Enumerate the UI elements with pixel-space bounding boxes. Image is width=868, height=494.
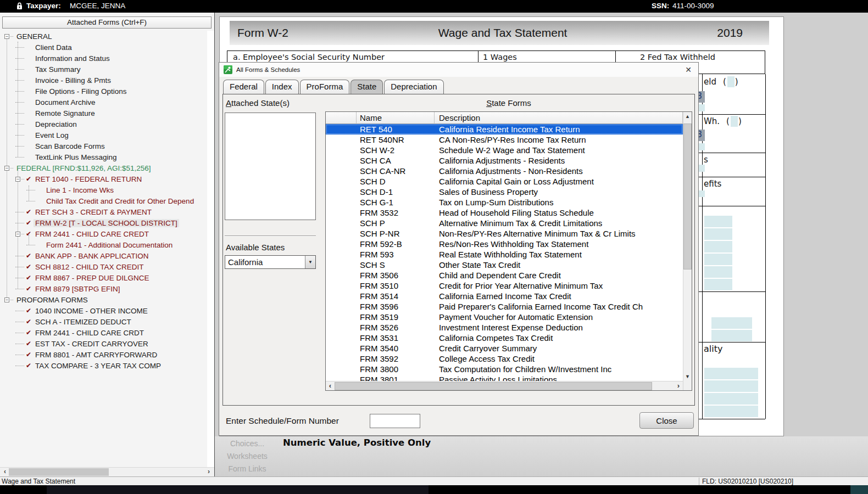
state-form-row[interactable]: FRM 593Real Estate Withholding Tax State… — [326, 249, 683, 260]
state-form-row[interactable]: RET 540California Resident Income Tax Re… — [326, 124, 683, 134]
tree-item[interactable]: −✔File Options - Filing Options — [0, 86, 207, 97]
w2-input-field[interactable] — [704, 254, 732, 265]
tree-item[interactable]: −✔Invoice - Billing & Pmts — [0, 75, 207, 86]
state-form-row[interactable]: RET 540NRCA Non-Res/PY-Res Income Tax Re… — [326, 134, 683, 145]
scrollbar-thumb[interactable] — [683, 124, 692, 270]
tree-item[interactable]: −✔RET SCH 3 - CREDIT & PAYMENT — [0, 206, 207, 217]
scroll-right-icon[interactable]: › — [674, 381, 683, 390]
scroll-right-icon[interactable]: › — [204, 468, 213, 476]
state-form-row[interactable]: FRM 3526Investment Interest Expense Dedu… — [326, 322, 683, 333]
tree-item[interactable]: −✔RET 1040 - FEDERAL RETURN — [0, 173, 207, 184]
tree-item[interactable]: −✔FRM 2441 - CHILD CARE CRDT — [0, 327, 207, 338]
state-form-row[interactable]: FRM 3532Head of Household Filing Status … — [326, 207, 683, 218]
tab-depreciation[interactable]: Depreciation — [384, 80, 443, 94]
scroll-left-icon[interactable]: ‹ — [326, 381, 335, 390]
state-form-row[interactable]: SCH PAlternative Minimum Tax & Credit Li… — [326, 218, 683, 228]
tree-item[interactable]: −✔SCH A - ITEMIZED DEDUCT — [0, 316, 207, 327]
tree-item[interactable]: −✔Depreciation — [0, 119, 207, 130]
tab-proforma[interactable]: ProForma — [300, 80, 350, 94]
w2-input-field[interactable] — [704, 393, 758, 405]
state-form-row[interactable]: SCH D-1Sales of Business Property — [326, 187, 683, 197]
tab-index[interactable]: Index — [265, 80, 299, 94]
state-form-row[interactable]: FRM 3596Paid Preparer's California Earne… — [326, 301, 683, 312]
sidebar-vertical-scroll-track[interactable] — [207, 31, 214, 467]
collapse-icon[interactable]: − — [15, 232, 20, 237]
w2-input-field[interactable] — [704, 216, 732, 227]
state-form-row[interactable]: FRM 3514California Earned Income Tax Cre… — [326, 291, 683, 301]
tree-item[interactable]: −✔Scan Barcode Forms — [0, 141, 207, 151]
attached-states-listbox[interactable] — [225, 113, 316, 220]
state-form-row[interactable]: FRM 592-BRes/Non-Res Withholding Tax Sta… — [326, 239, 683, 249]
w2-input-field[interactable] — [711, 330, 752, 341]
state-form-row[interactable]: FRM 3510Credit for Prior Year Alternativ… — [326, 280, 683, 291]
tree-item[interactable]: −✔Line 1 - Income Wks — [0, 184, 207, 195]
tree-item[interactable]: −✔FRM 8867 - PREP DUE DILGNCE — [0, 272, 207, 283]
tree-item[interactable]: −✔EST TAX - CREDIT CARRYOVER — [0, 338, 207, 349]
state-form-row[interactable]: SCH DCalifornia Capital Gain or Loss Adj… — [326, 176, 683, 187]
w2-input-field[interactable] — [704, 368, 758, 379]
row-selector-column-header[interactable] — [326, 112, 357, 124]
w2-input-field[interactable] — [711, 317, 752, 329]
checkbox-field[interactable] — [731, 116, 738, 127]
tree-item[interactable]: −✔TAX COMPARE - 3 YEAR TAX COMP — [0, 360, 207, 371]
state-form-row[interactable]: FRM 3531California Competes Tax Credit — [326, 333, 683, 343]
table-vertical-scrollbar[interactable]: ▲ ▼ — [683, 112, 692, 381]
state-form-row[interactable]: SCH G-1Tax on Lump-Sum Distributions — [326, 197, 683, 207]
tree-item[interactable]: −✔BANK APP - BANK APPLICATION — [0, 250, 207, 261]
dialog-title-bar[interactable]: All Forms & Schedules ✕ — [219, 63, 698, 77]
tree-item[interactable]: −✔Information and Status — [0, 53, 207, 64]
tree-item[interactable]: −✔PROFORMA FORMS — [0, 294, 207, 305]
tree-item[interactable]: −✔FEDERAL [RFND:$11,926, AGI:$51,256] — [0, 162, 207, 173]
form-number-input[interactable] — [370, 414, 420, 428]
state-form-row[interactable]: SCH CACalifornia Adjustments - Residents — [326, 155, 683, 166]
tab-state[interactable]: State — [350, 80, 383, 94]
scrollbar-thumb[interactable] — [335, 382, 652, 390]
side-link[interactable]: Worksheets — [222, 450, 272, 463]
state-form-row[interactable]: SCH W-2Schedule W-2 Wage and Tax Stateme… — [326, 145, 683, 155]
sidebar-horizontal-scrollbar[interactable]: ‹ › — [0, 467, 214, 476]
tree-item[interactable]: −✔FRM 2441 - CHILD CARE CREDT — [0, 228, 207, 239]
state-form-row[interactable]: SCH P-NRNon-Res/PY-Res Alternative Minim… — [326, 228, 683, 239]
w2-input-field[interactable] — [704, 241, 732, 252]
state-form-row[interactable]: FRM 3592College Access Tax Credit — [326, 353, 683, 364]
tree-item[interactable]: −✔FRM 8879 [SBTPG EFIN] — [0, 283, 207, 294]
tree-item[interactable]: −✔Remote Signature — [0, 108, 207, 119]
tree-item[interactable]: −✔FRM 8801 - AMT CARRYFORWARD — [0, 349, 207, 360]
w2-input-field[interactable] — [704, 228, 732, 240]
tree-item[interactable]: −✔FRM W-2 [T - LOCAL SCHOOL DISTRICT] — [0, 217, 207, 228]
state-form-row[interactable]: FRM 3801Passive Activity Loss Limitation… — [326, 374, 683, 381]
attached-forms-header[interactable]: Attached Forms (Ctrl+F) — [2, 16, 212, 29]
scroll-down-icon[interactable]: ▼ — [683, 372, 692, 381]
tree-item[interactable]: −✔Client Data — [0, 42, 207, 53]
collapse-icon[interactable]: − — [4, 166, 9, 171]
state-form-row[interactable]: FRM 3506Child and Dependent Care Credit — [326, 270, 683, 280]
state-form-row[interactable]: SCH CA-NRCalifornia Adjustments - Non-Re… — [326, 166, 683, 176]
tree-item[interactable]: −✔Tax Summary — [0, 64, 207, 75]
table-horizontal-scrollbar[interactable]: ‹ › — [326, 381, 683, 390]
w2-input-field[interactable] — [704, 406, 758, 417]
checkbox-field[interactable] — [727, 76, 735, 87]
state-form-row[interactable]: FRM 3540Credit Carryover Summary — [326, 343, 683, 353]
close-icon[interactable]: ✕ — [685, 65, 692, 74]
available-states-select[interactable]: California ▼ — [225, 255, 316, 269]
side-link[interactable]: Choices... — [222, 437, 272, 450]
chevron-down-icon[interactable]: ▼ — [305, 256, 315, 268]
w2-input-field[interactable] — [704, 266, 732, 278]
description-column-header[interactable]: Description — [435, 112, 683, 124]
state-form-row[interactable]: FRM 3519Payment Voucher for Automatic Ex… — [326, 312, 683, 322]
scrollbar-thumb[interactable] — [9, 468, 109, 476]
tree-item[interactable]: −✔Document Archive — [0, 97, 207, 108]
tree-item[interactable]: −✔SCH 8812 - CHILD TAX CREDIT — [0, 261, 207, 272]
w2-input-field[interactable] — [704, 380, 758, 392]
name-column-header[interactable]: Name — [357, 112, 435, 124]
tab-federal[interactable]: Federal — [223, 80, 264, 94]
tree-item[interactable]: −✔Form 2441 - Additional Documentation — [0, 239, 207, 250]
collapse-icon[interactable]: − — [4, 297, 9, 302]
side-link[interactable]: Form Links — [222, 463, 272, 475]
scroll-up-icon[interactable]: ▲ — [683, 112, 692, 121]
state-form-row[interactable]: FRM 3800Tax Computation for Children W/I… — [326, 364, 683, 374]
scroll-left-icon[interactable]: ‹ — [1, 468, 9, 476]
tree-item[interactable]: −✔Child Tax Credit and Credit for Other … — [0, 195, 207, 206]
tree-item[interactable]: −✔GENERAL — [0, 31, 207, 42]
close-button[interactable]: Close — [639, 412, 694, 429]
